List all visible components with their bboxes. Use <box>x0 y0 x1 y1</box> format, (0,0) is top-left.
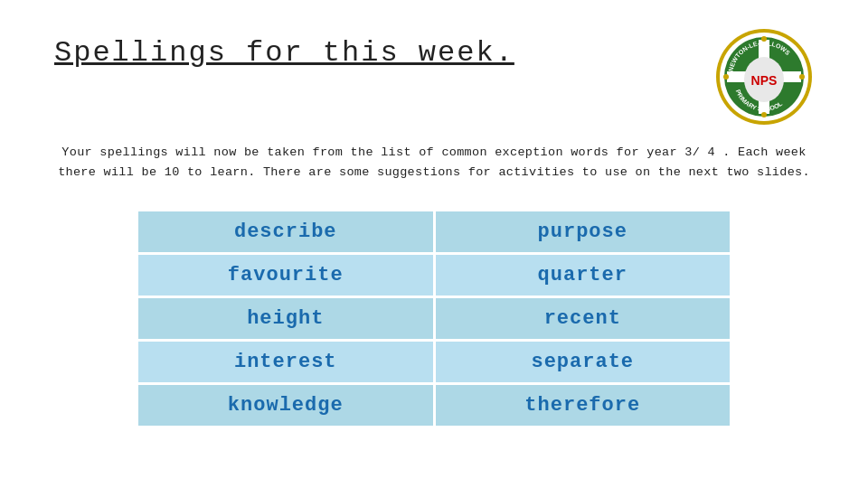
spelling-right: purpose <box>434 211 731 254</box>
svg-point-12 <box>799 74 805 80</box>
svg-point-10 <box>761 112 767 117</box>
spelling-left: favourite <box>137 254 435 297</box>
table-row: describepurpose <box>137 211 731 254</box>
svg-point-11 <box>723 74 729 80</box>
table-row: favouritequarter <box>137 254 731 297</box>
table-row: interestseparate <box>137 341 731 384</box>
page-container: Spellings for this week. NPS <box>0 0 868 488</box>
spellings-table: describepurposefavouritequarterheightrec… <box>136 209 732 428</box>
table-row: knowledgetherefore <box>137 384 731 427</box>
svg-text:NPS: NPS <box>751 73 778 88</box>
page-title: Spellings for this week. <box>54 36 696 70</box>
spelling-right: therefore <box>434 384 731 427</box>
spelling-right: recent <box>434 297 731 341</box>
spelling-right: quarter <box>434 254 731 297</box>
table-row: heightrecent <box>137 297 731 341</box>
spelling-right: separate <box>434 341 731 384</box>
intro-text: Your spellings will now be taken from th… <box>54 143 814 182</box>
spelling-left: interest <box>137 341 435 384</box>
header-area: Spellings for this week. NPS <box>54 27 814 127</box>
svg-point-9 <box>761 36 767 42</box>
spelling-left: knowledge <box>137 384 435 427</box>
logo-area: NPS NEWTON-LE-WILLOWS PRIMARY SCHOOL <box>714 27 814 127</box>
title-block: Spellings for this week. <box>54 27 696 70</box>
school-logo-icon: NPS NEWTON-LE-WILLOWS PRIMARY SCHOOL <box>714 27 814 127</box>
spelling-left: height <box>137 297 435 341</box>
spelling-left: describe <box>137 211 435 254</box>
